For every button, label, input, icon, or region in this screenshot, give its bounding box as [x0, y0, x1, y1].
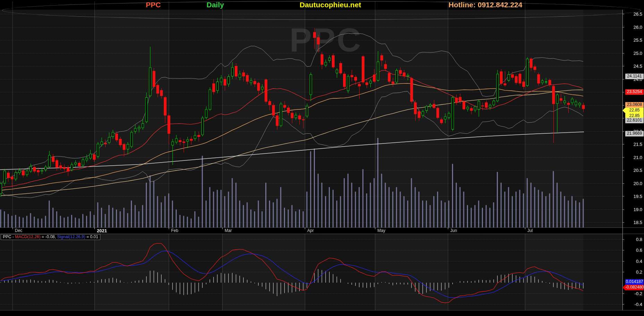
- price-tick-label: 24.5: [625, 64, 642, 69]
- price-tick-label: 18.5: [625, 220, 642, 225]
- signal-name-label: Signal(12,26,9): [57, 234, 85, 239]
- ma-long-value-chip: 21.9669: [625, 131, 644, 136]
- macd-tick-label: 0.4: [625, 259, 642, 264]
- macd-tick-label: 0.2: [625, 269, 642, 275]
- macd-legend: PPC - MACD(12,26) = -0.08, Signal(12,26,…: [1, 234, 100, 240]
- price-tick-label: 21.5: [625, 142, 642, 147]
- time-axis-label: 2021: [97, 228, 107, 233]
- ma50-value-chip: 23.0608: [625, 102, 644, 108]
- symbol-label: PPC: [146, 1, 161, 9]
- trading-chart-window: PPC PPC Daily Dautucophieu.net Hotline: …: [0, 0, 644, 316]
- macd-tick-label: -0.2: [625, 291, 642, 296]
- price-tick-label: 25.5: [625, 38, 642, 43]
- macd-tick-label: -0.4: [625, 302, 642, 307]
- price-tick-label: 19.0: [625, 207, 642, 212]
- time-axis-label: Mar: [225, 228, 232, 233]
- site-label: Dautucophieu.net: [300, 1, 361, 9]
- time-axis-label: Feb: [171, 228, 178, 233]
- macd-tick-label: 0.6: [625, 248, 642, 253]
- time-axis-label: Dec: [15, 228, 22, 233]
- macd-name-label: MACD(12,26): [15, 234, 40, 239]
- macd-value-label: = -0.08,: [41, 234, 57, 239]
- price-tick-label: 19.5: [625, 194, 642, 199]
- macd-tick-label: 0.8: [625, 237, 642, 242]
- time-axis-label: May: [377, 228, 385, 233]
- time-axis-label: Apr: [307, 228, 314, 233]
- price-tick-label: 21.0: [625, 155, 642, 160]
- bollinger-upper-chip: 24.1141: [625, 74, 644, 79]
- timeframe-label: Daily: [207, 1, 224, 9]
- signal-value-label: = 0.01: [85, 234, 98, 239]
- last-price-chip: 22.85: [625, 108, 644, 113]
- ma20-value-chip: 23.5254: [625, 89, 644, 95]
- price-tick-label: 20.0: [625, 181, 642, 186]
- bollinger-lower-chip: 22.6101: [625, 118, 644, 123]
- macd-legend-symbol: PPC -: [3, 234, 15, 239]
- time-axis-label: Jul: [527, 228, 533, 233]
- macd-value-chip: -0.082480: [625, 285, 644, 290]
- signal-value-chip: 0.014187: [625, 279, 644, 285]
- price-tick-label: 25.0: [625, 51, 642, 56]
- price-tick-label: 26.5: [625, 11, 642, 17]
- price-tick-label: 26.0: [625, 25, 642, 30]
- time-axis-label: Jun: [450, 228, 457, 233]
- price-tick-label: 20.5: [625, 168, 642, 173]
- hotline-label: Hotline: 0912.842.224: [449, 1, 522, 9]
